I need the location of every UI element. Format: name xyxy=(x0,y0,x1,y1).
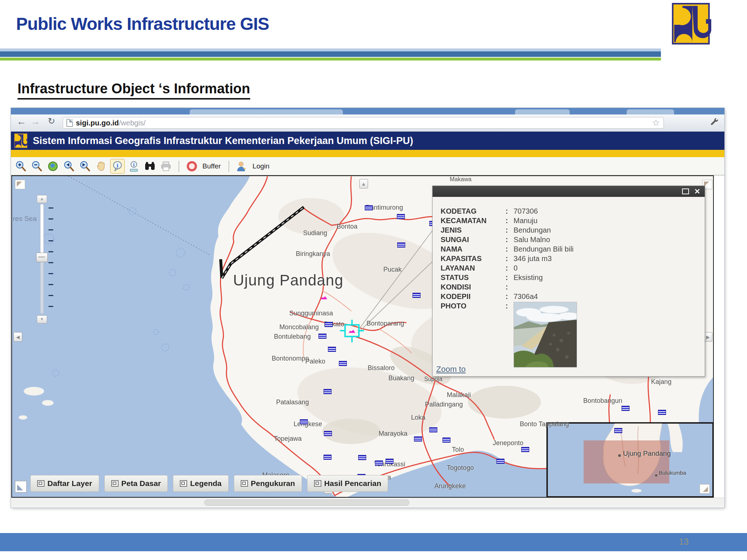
toolbar-separator xyxy=(229,161,229,172)
field-colon: : xyxy=(506,292,514,301)
app-title: Sistem Informasi Geografis Infrastruktur… xyxy=(33,135,413,147)
zoom-previous-tool-button[interactable] xyxy=(62,159,76,173)
dam-map-icon[interactable] xyxy=(442,438,450,443)
dock-button-daftar-layer[interactable]: Daftar Layer xyxy=(30,475,99,492)
dam-map-icon[interactable] xyxy=(300,419,308,424)
map-place-label: Pucak xyxy=(383,266,402,273)
svg-text:i: i xyxy=(133,162,135,167)
dam-map-icon[interactable] xyxy=(358,455,366,460)
dam-map-icon[interactable] xyxy=(622,406,630,411)
field-colon: : xyxy=(506,206,514,216)
bookmark-star-icon[interactable]: ☆ xyxy=(652,118,660,128)
inset-toggle-button[interactable] xyxy=(700,484,710,494)
slide-heading: Infrastructure Object ‘s Information xyxy=(18,81,250,100)
login-label: Login xyxy=(252,162,270,170)
dam-map-icon[interactable] xyxy=(325,322,333,327)
horizontal-scrollbar[interactable] xyxy=(11,498,724,507)
dam-map-icon[interactable] xyxy=(414,436,422,442)
dam-map-icon[interactable] xyxy=(318,334,326,339)
field-value: 7306a4 xyxy=(514,292,538,301)
inset-label-bulukumba: Bulukumba xyxy=(659,470,686,476)
map-place-label: Arungkeke xyxy=(434,482,466,490)
panel-icon xyxy=(180,480,187,487)
browser-tab[interactable] xyxy=(627,109,674,114)
popup-title-bar[interactable]: ✕ xyxy=(433,186,705,197)
popup-field-row: LAYANAN:0 xyxy=(441,263,705,273)
browser-tab-strip xyxy=(11,108,724,114)
popup-field-row: PHOTO: xyxy=(441,301,705,368)
popup-maximize-icon[interactable] xyxy=(682,188,689,194)
field-label: KODEPII xyxy=(441,292,506,301)
dam-map-icon[interactable] xyxy=(324,389,332,394)
zoom-in-tool-button[interactable] xyxy=(14,159,28,173)
dam-map-icon[interactable] xyxy=(339,361,347,366)
dam-map-icon[interactable] xyxy=(386,459,394,464)
dam-map-icon[interactable] xyxy=(375,460,383,466)
zoom-slider-handle[interactable] xyxy=(36,253,48,262)
buffer-tool-button[interactable] xyxy=(185,159,199,173)
dam-map-icon[interactable] xyxy=(365,205,373,210)
reload-button[interactable]: ↻ xyxy=(45,116,58,126)
pan-left-button[interactable]: ◀ xyxy=(13,332,22,342)
zoom-level-tick xyxy=(49,240,53,241)
dock-resize-icon[interactable] xyxy=(15,481,27,493)
map-place-label: Biringkanya xyxy=(296,250,330,258)
dam-map-icon[interactable] xyxy=(328,347,336,352)
field-colon: : xyxy=(506,282,514,292)
identify-point-tool-button[interactable]: i xyxy=(127,159,141,173)
zoom-slider-down-button[interactable]: ▼ xyxy=(37,315,47,323)
dock-button-legenda[interactable]: Legenda xyxy=(173,475,228,492)
scrollbar-thumb[interactable] xyxy=(204,499,409,506)
zoom-slider-up-button[interactable]: ▲ xyxy=(37,195,47,203)
dock-button-hasil-pencarian[interactable]: Hasil Pencarian xyxy=(307,475,388,492)
map-place-label: Moncobalang xyxy=(279,323,319,331)
zoom-level-tick xyxy=(49,218,53,219)
popup-close-icon[interactable]: ✕ xyxy=(694,188,700,195)
dam-map-icon[interactable] xyxy=(429,427,437,432)
dam-map-icon[interactable] xyxy=(324,431,332,436)
full-extent-globe-tool-button[interactable] xyxy=(46,159,60,173)
browser-tab[interactable] xyxy=(515,109,570,114)
browser-menu-wrench-icon[interactable] xyxy=(710,118,719,127)
url-path: /webgis/ xyxy=(119,119,146,127)
pan-hand-tool-button[interactable] xyxy=(94,159,108,173)
browser-tab[interactable] xyxy=(190,109,343,114)
zoom-level-tick xyxy=(49,207,53,209)
field-label: KONDISI xyxy=(441,282,506,292)
identify-tool-button[interactable]: i xyxy=(110,159,125,174)
pan-northwest-button[interactable] xyxy=(15,180,25,189)
pan-up-button[interactable]: ▲ xyxy=(359,179,368,188)
panel-icon xyxy=(37,480,44,487)
dam-map-icon[interactable] xyxy=(496,459,504,464)
zoom-next-tool-button[interactable] xyxy=(78,159,92,173)
search-binoculars-tool-button[interactable] xyxy=(143,159,157,173)
dam-map-icon[interactable] xyxy=(397,214,405,219)
map-place-label: Supoja xyxy=(424,376,442,382)
url-omnibox[interactable]: sigi.pu.go.id/webgis/ ☆ xyxy=(63,117,664,129)
print-tool-button[interactable] xyxy=(159,159,173,173)
map-viewport[interactable]: Ujung Pandang Bulukumba Ujung Pandang re… xyxy=(11,175,714,498)
login-tool-button[interactable] xyxy=(235,159,249,173)
buffer-label: Buffer xyxy=(202,162,221,170)
zoom-to-link[interactable]: Zoom to xyxy=(436,365,466,374)
url-host: sigi.pu.go.id xyxy=(76,119,119,127)
dam-map-icon[interactable] xyxy=(521,447,529,452)
zoom-out-tool-button[interactable] xyxy=(30,159,44,173)
dam-map-icon[interactable] xyxy=(658,410,666,415)
back-button[interactable]: ← xyxy=(15,116,28,127)
dam-map-icon[interactable] xyxy=(324,455,332,460)
dock-button-pengukuran[interactable]: Pengukuran xyxy=(234,475,302,492)
zoom-level-tick xyxy=(49,262,53,263)
forward-button[interactable]: → xyxy=(29,116,42,127)
field-value: Bendungan xyxy=(514,225,551,235)
map-label-ujung-pandang: Ujung Pandang xyxy=(233,272,344,289)
dock-button-peta-dasar[interactable]: Peta Dasar xyxy=(104,475,168,492)
panel-icon xyxy=(241,480,248,487)
dam-map-icon[interactable] xyxy=(413,293,421,298)
overview-inset-map xyxy=(547,423,713,497)
slide-footer: 13 xyxy=(0,533,747,551)
dam-map-icon[interactable] xyxy=(614,428,622,433)
browser-window: ← → ↻ sigi.pu.go.id/webgis/ ☆ Sistem Inf… xyxy=(11,108,724,508)
panel-icon xyxy=(314,480,321,487)
dam-map-icon[interactable] xyxy=(397,242,405,248)
